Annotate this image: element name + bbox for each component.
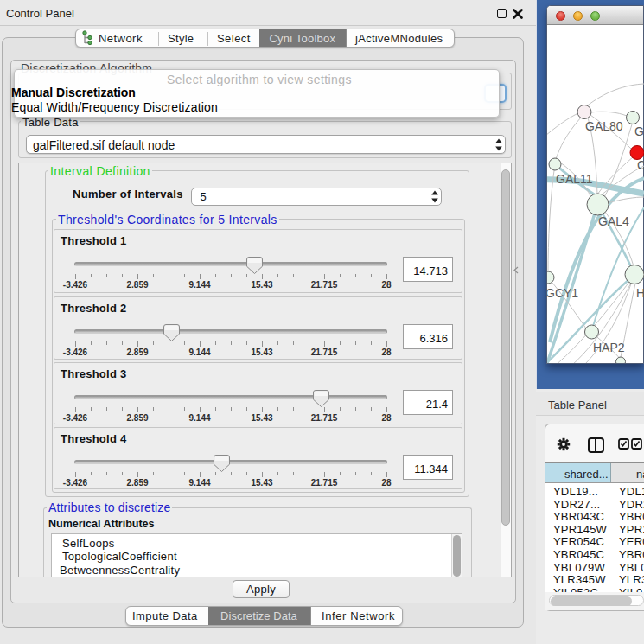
svg-text:GAL11: GAL11 — [556, 172, 593, 186]
svg-text:GA: GA — [634, 124, 644, 138]
svg-text:HI: HI — [636, 286, 644, 300]
svg-text:GCY1: GCY1 — [547, 286, 578, 300]
svg-text:GAL4: GAL4 — [598, 214, 629, 228]
svg-text:C: C — [637, 158, 644, 172]
svg-text:GAL80: GAL80 — [585, 119, 623, 133]
svg-text:HAP2: HAP2 — [593, 341, 625, 354]
